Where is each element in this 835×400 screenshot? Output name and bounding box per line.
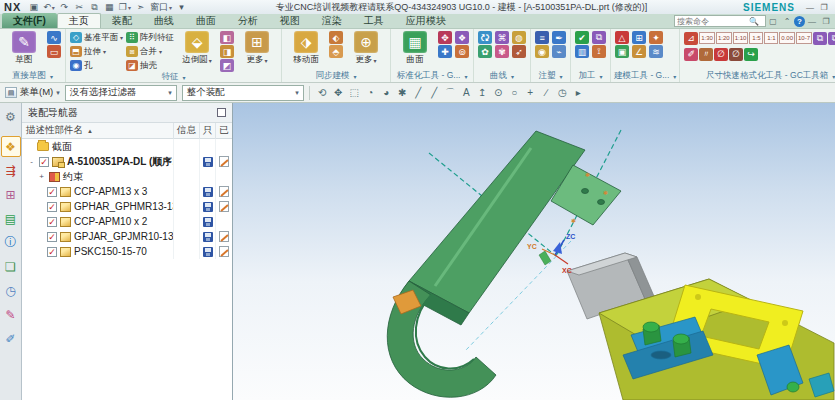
selection-scope-dropdown[interactable]: 整个装配 ▾ bbox=[182, 85, 304, 101]
web-browser-icon[interactable]: ❏ bbox=[1, 256, 21, 277]
expand-icon[interactable]: + bbox=[37, 172, 46, 181]
tool-icon[interactable]: ∿ bbox=[47, 31, 61, 44]
tool-icon[interactable]: △ bbox=[615, 31, 629, 44]
tool-icon[interactable]: ⊿ bbox=[684, 32, 698, 45]
copy-icon[interactable]: ⧉ bbox=[88, 1, 101, 14]
tab-主页[interactable]: 主页 bbox=[57, 13, 101, 28]
component-checkbox[interactable]: ✓ bbox=[47, 202, 57, 212]
tool-icon[interactable]: ⧉ bbox=[813, 32, 827, 45]
search-icon[interactable]: 🔍 bbox=[749, 17, 759, 26]
tree-row[interactable]: ✓CCP-APM10 x 2 bbox=[22, 214, 232, 229]
component-checkbox[interactable]: ✓ bbox=[47, 247, 57, 257]
wcs-triad[interactable]: ZC XC YC bbox=[527, 233, 575, 274]
snap-line-icon[interactable]: ∕ bbox=[539, 85, 554, 100]
tool-icon[interactable]: ✐ bbox=[684, 48, 698, 61]
移动面-button[interactable]: ⬗移动面 bbox=[286, 31, 326, 66]
ratio-icon[interactable]: 1:20 bbox=[716, 32, 732, 44]
snap-quadrant-icon[interactable]: ◷ bbox=[555, 85, 570, 100]
ratio-icon[interactable]: 1:10 bbox=[733, 32, 749, 44]
tab-装配[interactable]: 装配 bbox=[101, 13, 143, 28]
doc-minimize-icon[interactable]: — bbox=[805, 15, 819, 28]
tree-row[interactable]: ✓GPHAR_GPHMR13-13-80... bbox=[22, 199, 232, 214]
tree-row[interactable]: +约束 bbox=[22, 169, 232, 184]
tool-icon[interactable]: ✦ bbox=[649, 31, 663, 44]
tool-icon[interactable]: ▥ bbox=[575, 45, 589, 58]
tab-曲面[interactable]: 曲面 bbox=[185, 13, 227, 28]
tool-icon[interactable]: ⌁ bbox=[552, 45, 566, 58]
redo-icon[interactable]: ↷ bbox=[58, 1, 71, 14]
roles-icon[interactable]: ✐ bbox=[1, 328, 21, 349]
tool-icon[interactable]: ⊚ bbox=[455, 45, 469, 58]
ratio-icon[interactable]: 0.00 bbox=[779, 32, 795, 44]
history-icon[interactable]: ◷ bbox=[1, 280, 21, 301]
minimize-ribbon-icon[interactable]: ⌃ bbox=[780, 15, 794, 28]
tab-文件(F)[interactable]: 文件(F) bbox=[2, 13, 57, 28]
constraint-navigator-icon[interactable]: ⇶ bbox=[1, 160, 21, 181]
snap-handles-icon[interactable]: ✥ bbox=[331, 85, 346, 100]
undo-icon[interactable]: ↶▾ bbox=[42, 1, 56, 14]
tool-icon[interactable]: ⊞ bbox=[632, 31, 646, 44]
menu-button[interactable]: ▤ 菜单(M) ▾ bbox=[5, 86, 60, 99]
doc-restore-icon[interactable]: ❐ bbox=[819, 15, 833, 28]
合并-button[interactable]: ⧈合并▾ bbox=[126, 45, 174, 58]
tool-icon[interactable]: ⧉ bbox=[828, 32, 835, 45]
更多-button[interactable]: ⊕更多▾ bbox=[346, 31, 386, 66]
component-checkbox[interactable]: ✓ bbox=[47, 217, 57, 227]
snap-midpoint-icon[interactable]: ╱ bbox=[427, 85, 442, 100]
tree-row[interactable]: -✓A-5100351PA-DL (顺序: 时... bbox=[22, 154, 232, 169]
dialog-launcher-icon[interactable]: ▾ bbox=[183, 74, 186, 81]
曲面-button[interactable]: ▦曲面 bbox=[395, 31, 435, 66]
part-navigator-icon[interactable]: ⊞ bbox=[1, 184, 21, 205]
window-minimize-button[interactable]: — bbox=[803, 1, 817, 13]
tool-icon[interactable]: 〃 bbox=[699, 48, 713, 61]
paste-icon[interactable]: ▦ bbox=[103, 1, 116, 14]
snap-endpoint-icon[interactable]: ╱ bbox=[411, 85, 426, 100]
dialog-launcher-icon[interactable]: ▾ bbox=[354, 73, 357, 80]
边倒圆-button[interactable]: ⬙边倒圆▾ bbox=[177, 31, 217, 66]
graphics-viewport[interactable]: ZC XC YC ✱✱✱ bbox=[233, 103, 835, 400]
selection-filter-dropdown[interactable]: 没有选择过滤器 ▾ bbox=[65, 85, 177, 101]
dialog-launcher-icon[interactable]: ▾ bbox=[464, 73, 467, 80]
tool-icon[interactable]: ✿ bbox=[478, 45, 492, 58]
save-icon[interactable]: ▣ bbox=[27, 1, 40, 14]
dialog-launcher-icon[interactable]: ▾ bbox=[511, 73, 514, 80]
tool-icon[interactable]: ⬘ bbox=[329, 45, 343, 58]
qat-options-icon[interactable]: ▾ bbox=[175, 1, 188, 14]
tool-icon[interactable]: ▭ bbox=[47, 45, 61, 58]
help-icon[interactable]: ? bbox=[794, 16, 805, 27]
component-checkbox[interactable]: ✓ bbox=[39, 157, 49, 167]
tool-icon[interactable]: ▣ bbox=[615, 45, 629, 58]
dialog-launcher-icon[interactable]: ▾ bbox=[673, 73, 676, 80]
column-modified[interactable]: 已 bbox=[215, 123, 232, 139]
snap-center-icon[interactable]: ⊙ bbox=[491, 85, 506, 100]
tool-icon[interactable]: ◍ bbox=[512, 31, 526, 44]
window-restore-button[interactable]: ❐ bbox=[817, 1, 831, 13]
tool-icon[interactable]: ❖ bbox=[455, 31, 469, 44]
tool-icon[interactable]: ⧉ bbox=[592, 31, 606, 44]
tool-icon[interactable]: ≡ bbox=[535, 31, 549, 44]
snap-shaded-icon[interactable]: ◔ bbox=[363, 85, 378, 100]
screenshot-icon[interactable]: ❐▾ bbox=[118, 1, 132, 14]
column-name[interactable]: 描述性部件名 ▲ bbox=[22, 124, 173, 137]
基准平面-button[interactable]: ◇基准平面▾ bbox=[70, 31, 123, 44]
collapse-icon[interactable]: - bbox=[27, 157, 36, 166]
tool-icon[interactable]: ◨ bbox=[220, 45, 234, 58]
tool-icon[interactable]: ✥ bbox=[438, 31, 452, 44]
assembly-navigator-icon[interactable]: ❖ bbox=[1, 136, 21, 157]
tool-icon[interactable]: ◉ bbox=[535, 45, 549, 58]
dialog-launcher-icon[interactable]: ▾ bbox=[560, 73, 563, 80]
hd3d-tools-icon[interactable]: ⓘ bbox=[1, 232, 21, 253]
草图-button[interactable]: ✎草图 bbox=[4, 31, 44, 66]
snap-intersection-icon[interactable]: + bbox=[523, 85, 538, 100]
send-icon[interactable]: ➣ bbox=[134, 1, 147, 14]
tree-row[interactable]: 截面 bbox=[22, 139, 232, 154]
tool-icon[interactable]: ✔ bbox=[575, 31, 589, 44]
tool-icon[interactable]: ✾ bbox=[495, 45, 509, 58]
column-readonly[interactable]: 只 bbox=[199, 123, 215, 139]
tree-row[interactable]: ✓PSKC150-15-70 bbox=[22, 244, 232, 259]
更多-button[interactable]: ⊞更多▾ bbox=[237, 31, 277, 66]
阵列特征-button[interactable]: ⠿阵列特征 bbox=[126, 31, 174, 44]
tool-icon[interactable]: ≋ bbox=[649, 45, 663, 58]
resource-settings-icon[interactable]: ⚙ bbox=[1, 106, 21, 127]
tool-icon[interactable]: ↪ bbox=[744, 48, 758, 61]
